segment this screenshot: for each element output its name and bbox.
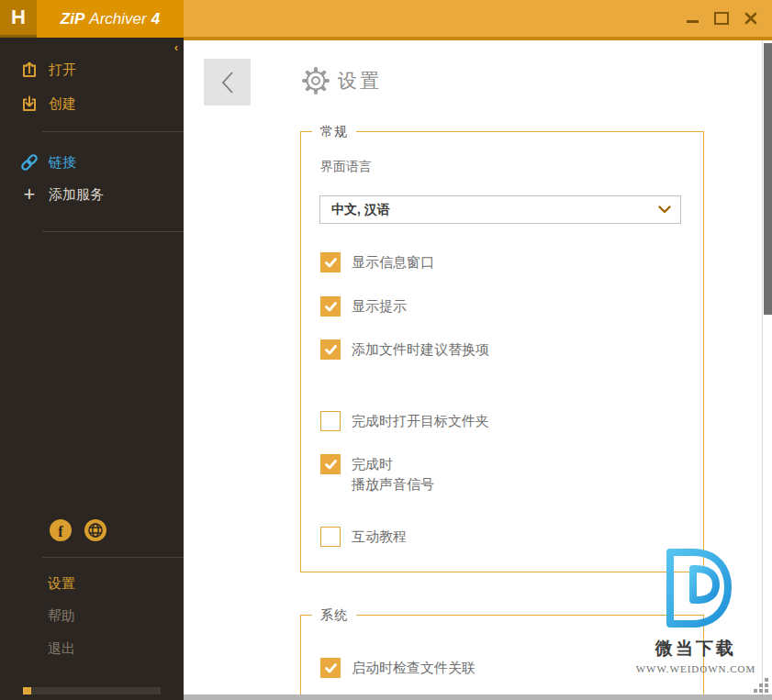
gear-icon bbox=[300, 65, 331, 96]
sidebar-item-label: 设置 bbox=[48, 575, 75, 593]
sidebar-item-add-service[interactable]: + 添加服务 bbox=[0, 182, 184, 207]
language-select-value: 中文, 汉语 bbox=[331, 202, 390, 218]
language-select[interactable]: 中文, 汉语 bbox=[319, 195, 681, 224]
create-archive-icon bbox=[18, 93, 40, 115]
app-version: 4 bbox=[151, 10, 160, 28]
checkbox-label: 启动时检查文件关联 bbox=[352, 658, 476, 678]
back-chevron-icon bbox=[218, 69, 238, 96]
checkbox-checked[interactable] bbox=[320, 339, 341, 360]
link-icon bbox=[18, 151, 40, 173]
checkbox-row-show-info-window[interactable]: 显示信息窗口 bbox=[320, 252, 434, 272]
checkbox-sublabel: 播放声音信号 bbox=[352, 474, 434, 494]
sidebar-item-link[interactable]: 链接 bbox=[0, 150, 184, 175]
close-icon bbox=[744, 12, 757, 25]
main-horizontal-scrollbar[interactable] bbox=[184, 694, 772, 700]
sidebar-item-label: 打开 bbox=[49, 61, 76, 79]
facebook-icon: f bbox=[58, 524, 62, 540]
checkbox-label: 显示信息窗口 bbox=[352, 252, 434, 272]
sidebar-horizontal-scrollbar[interactable] bbox=[23, 687, 161, 694]
sidebar-item-exit[interactable]: 退出 bbox=[0, 636, 184, 661]
checkbox-row-check-file-association[interactable]: 启动时检查文件关联 bbox=[320, 658, 476, 678]
back-button[interactable] bbox=[204, 59, 251, 106]
system-group: 系统 启动时检查文件关联 bbox=[300, 615, 704, 700]
vertical-scrollbar[interactable] bbox=[762, 40, 772, 700]
checkbox-label: 完成时 bbox=[352, 454, 434, 474]
globe-icon bbox=[86, 521, 105, 539]
system-legend: 系统 bbox=[312, 607, 356, 624]
app-logo-letter: H bbox=[11, 6, 26, 29]
app-title: ZiP Archiver 4 bbox=[37, 0, 184, 38]
settings-page: 设置 常规 界面语言 中文, 汉语 显示信息窗口 显示提示 bbox=[184, 40, 772, 700]
checkbox-unchecked[interactable] bbox=[320, 527, 341, 547]
sidebar-divider bbox=[42, 231, 184, 232]
sidebar-item-label: 帮助 bbox=[48, 607, 75, 625]
sidebar-item-help[interactable]: 帮助 bbox=[0, 603, 184, 628]
sidebar-item-label: 退出 bbox=[48, 640, 75, 658]
checkbox-checked[interactable] bbox=[320, 252, 341, 272]
checkbox-row-show-tips[interactable]: 显示提示 bbox=[320, 296, 407, 317]
sidebar: ‹ 打开 创建 链接 bbox=[0, 40, 184, 700]
app-logo[interactable]: H bbox=[0, 0, 37, 38]
checkbox-label: 互动教程 bbox=[352, 527, 407, 547]
close-button[interactable] bbox=[741, 8, 761, 28]
checkbox-checked[interactable] bbox=[320, 454, 341, 474]
checkbox-checked[interactable] bbox=[320, 658, 341, 678]
titlebar-left: H ZiP Archiver 4 bbox=[0, 0, 184, 40]
minimize-icon bbox=[687, 20, 699, 23]
sidebar-divider bbox=[42, 557, 184, 558]
sidebar-item-label: 创建 bbox=[49, 95, 76, 113]
checkbox-row-open-target-folder[interactable]: 完成时打开目标文件夹 bbox=[320, 411, 489, 431]
sidebar-divider bbox=[42, 131, 184, 132]
chevron-down-icon bbox=[658, 206, 671, 214]
checkbox-label: 显示提示 bbox=[352, 296, 407, 317]
general-legend: 常规 bbox=[312, 124, 356, 140]
sidebar-item-label: 添加服务 bbox=[49, 186, 104, 204]
minimize-button[interactable] bbox=[682, 8, 702, 28]
checkbox-checked[interactable] bbox=[320, 296, 341, 317]
sidebar-item-open[interactable]: 打开 bbox=[0, 57, 184, 83]
website-button[interactable] bbox=[84, 519, 106, 541]
vertical-scroll-thumb[interactable] bbox=[764, 43, 772, 315]
page-title: 设置 bbox=[338, 68, 382, 94]
sidebar-collapse-button[interactable]: ‹ bbox=[174, 42, 178, 53]
general-group: 常规 界面语言 中文, 汉语 显示信息窗口 显示提示 bbox=[300, 131, 704, 572]
checkbox-label: 完成时打开目标文件夹 bbox=[352, 411, 489, 431]
open-archive-icon bbox=[18, 59, 40, 81]
titlebar-right bbox=[184, 0, 772, 40]
titlebar: H ZiP Archiver 4 bbox=[0, 0, 772, 40]
plus-icon: + bbox=[18, 183, 40, 206]
sidebar-item-label: 链接 bbox=[49, 154, 76, 172]
sidebar-item-settings[interactable]: 设置 bbox=[0, 571, 184, 596]
checkbox-label: 添加文件时建议替换项 bbox=[352, 339, 489, 360]
sidebar-item-create[interactable]: 创建 bbox=[0, 91, 184, 117]
maximize-button[interactable] bbox=[711, 8, 732, 28]
sidebar-scroll-thumb[interactable] bbox=[23, 687, 31, 694]
resize-grip[interactable] bbox=[754, 678, 768, 693]
language-label: 界面语言 bbox=[320, 159, 372, 175]
app-name: ZiP bbox=[61, 10, 84, 28]
app-subname: Archiver bbox=[89, 10, 146, 28]
checkbox-unchecked[interactable] bbox=[320, 411, 341, 431]
checkbox-row-interactive-tutorial[interactable]: 互动教程 bbox=[320, 527, 407, 547]
checkbox-row-play-sound[interactable]: 完成时 播放声音信号 bbox=[320, 454, 434, 494]
facebook-button[interactable]: f bbox=[50, 519, 72, 541]
checkbox-row-suggest-replace[interactable]: 添加文件时建议替换项 bbox=[320, 339, 489, 360]
maximize-icon bbox=[714, 12, 729, 25]
